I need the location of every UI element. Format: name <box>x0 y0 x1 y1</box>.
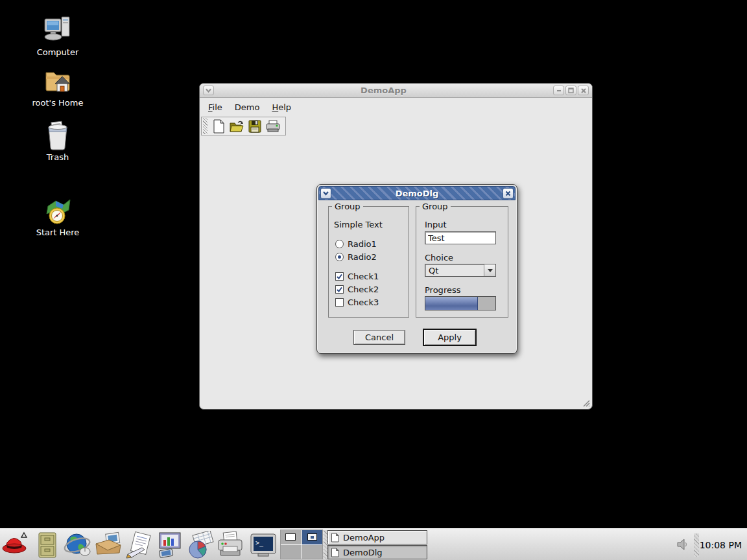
chevron-down-icon <box>488 268 493 272</box>
checkbox-check1[interactable]: Check1 <box>335 272 379 281</box>
word-processor-icon <box>124 531 154 559</box>
radio-selected-icon <box>335 253 344 261</box>
desktop-icon-computer[interactable]: Computer <box>29 16 87 57</box>
print-manager-launcher[interactable] <box>215 530 245 559</box>
terminal-icon: >_ <box>249 532 278 558</box>
maximize-button[interactable] <box>565 86 576 95</box>
file-manager-icon <box>35 531 60 559</box>
input-field[interactable] <box>425 231 496 244</box>
email-launcher[interactable] <box>93 530 123 559</box>
computer-icon <box>42 16 73 45</box>
combobox-value: Qt <box>425 266 484 275</box>
demodlg-titlebar[interactable]: DemoDlg <box>318 186 516 200</box>
left-groupbox: Group Simple Text Radio1 Radio2 Check1 C… <box>328 206 409 318</box>
window-menu-button[interactable] <box>203 86 214 95</box>
resize-grip-icon[interactable] <box>582 399 590 407</box>
radio-label: Radio2 <box>348 252 377 262</box>
print-button[interactable] <box>264 118 282 135</box>
close-button[interactable] <box>503 188 514 199</box>
web-browser-launcher[interactable] <box>63 530 93 559</box>
apply-button[interactable]: Apply <box>423 329 477 346</box>
desktop-icon-trash[interactable]: Trash <box>29 119 87 162</box>
save-button[interactable] <box>246 118 264 135</box>
word-processor-launcher[interactable] <box>124 530 154 559</box>
window-menu-button[interactable] <box>320 188 331 199</box>
email-icon <box>93 531 123 559</box>
workspace-4[interactable] <box>302 545 323 559</box>
progress-label: Progress <box>425 285 460 295</box>
desktop-icon-label: Trash <box>29 152 87 162</box>
groupbox-label: Group <box>332 202 363 211</box>
radio-radio2[interactable]: Radio2 <box>335 252 377 262</box>
choice-combobox[interactable]: Qt <box>425 264 496 277</box>
menu-demo[interactable]: Demo <box>233 101 261 113</box>
combobox-dropdown-button[interactable] <box>484 264 495 276</box>
window-title: DemoApp <box>215 86 552 95</box>
cancel-button[interactable]: Cancel <box>353 330 405 345</box>
trash-icon <box>43 119 72 150</box>
close-icon <box>505 191 511 196</box>
checkbox-label: Check3 <box>348 298 379 307</box>
progress-bar-fill <box>425 297 478 310</box>
static-text: Simple Text <box>334 220 383 229</box>
desktop-icon-label: Computer <box>29 47 87 57</box>
desktop-icon-label: root's Home <box>29 98 87 108</box>
close-button[interactable] <box>578 86 589 95</box>
radio-icon <box>335 240 344 248</box>
main-menu-button[interactable] <box>1 530 30 559</box>
close-icon <box>581 88 586 93</box>
presentation-launcher[interactable] <box>154 530 184 559</box>
save-icon <box>248 120 261 133</box>
checkbox-check3[interactable]: Check3 <box>335 298 379 307</box>
toolbar-drag-handle[interactable] <box>203 118 208 134</box>
start-here-icon <box>43 197 73 226</box>
task-button-demoapp[interactable]: DemoApp <box>327 530 427 544</box>
dialog-title: DemoDlg <box>331 189 503 198</box>
desktop-icon-start-here[interactable]: Start Here <box>29 197 87 237</box>
window-menu-icon <box>206 88 211 93</box>
file-manager-launcher[interactable] <box>32 530 62 559</box>
open-file-button[interactable] <box>228 118 246 135</box>
demodlg-dialog: DemoDlg Group Simple Text Radio1 Radio2 … <box>316 184 517 354</box>
svg-text:>_: >_ <box>255 539 264 547</box>
volume-applet[interactable] <box>676 539 689 553</box>
workspace-pager <box>280 530 323 559</box>
menubar: File Demo Help <box>200 98 592 116</box>
web-browser-icon <box>63 531 93 559</box>
progress-bar <box>425 296 496 310</box>
input-label: Input <box>425 220 447 229</box>
home-folder-icon <box>42 66 73 96</box>
terminal-launcher[interactable]: >_ <box>248 530 278 559</box>
print-icon <box>265 120 281 133</box>
minimize-button[interactable] <box>553 86 564 95</box>
spreadsheet-launcher[interactable] <box>185 530 215 559</box>
document-icon <box>331 548 339 557</box>
maximize-icon <box>568 88 574 93</box>
red-hat-menu-icon <box>1 531 30 559</box>
desktop-icon-roots-home[interactable]: root's Home <box>29 66 87 108</box>
mini-window <box>285 533 296 541</box>
workspace-2-active[interactable] <box>302 530 323 544</box>
workspace-1[interactable] <box>281 530 302 544</box>
clock-drag-handle[interactable] <box>694 533 699 557</box>
mini-window <box>307 533 317 541</box>
checkbox-checked-icon <box>335 285 344 294</box>
checkbox-check2[interactable]: Check2 <box>335 285 379 294</box>
toolbar <box>201 117 286 135</box>
bottom-panel: >_ DemoApp DemoDlg <box>0 528 747 560</box>
radio-radio1[interactable]: Radio1 <box>335 239 377 249</box>
print-manager-icon <box>215 531 245 559</box>
task-label: DemoDlg <box>343 548 383 557</box>
speaker-icon <box>676 539 689 550</box>
workspace-3[interactable] <box>281 545 302 559</box>
task-button-demodlg[interactable]: DemoDlg <box>327 545 427 559</box>
menu-file[interactable]: File <box>207 101 224 113</box>
new-document-button[interactable] <box>209 118 228 135</box>
clock[interactable]: 10:08 PM <box>700 529 742 560</box>
spreadsheet-icon <box>185 531 215 559</box>
open-file-icon <box>229 120 244 133</box>
right-groupbox: Group Input Choice Qt Progress <box>416 206 508 318</box>
menu-help[interactable]: Help <box>270 101 292 113</box>
desktop-icon-label: Start Here <box>29 228 87 237</box>
demoapp-titlebar[interactable]: DemoApp <box>200 84 592 98</box>
